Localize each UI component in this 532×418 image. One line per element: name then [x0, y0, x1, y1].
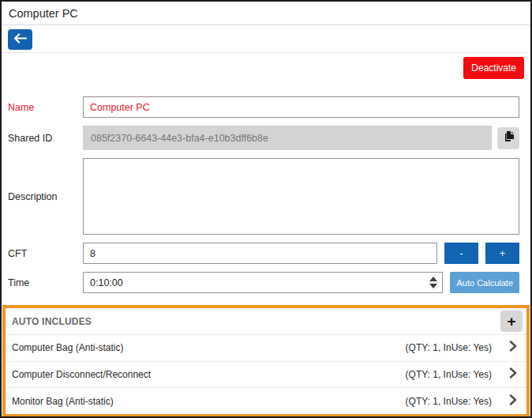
copy-button[interactable] [497, 127, 519, 149]
description-input[interactable] [83, 158, 519, 235]
shared-id-row: Shared ID 085f2370-6643-44e3-bfa4-e10b3d… [8, 126, 519, 150]
time-row: Time Auto Calculate [8, 272, 519, 293]
list-item[interactable]: Monitor Bag (Anti-static) (QTY: 1, InUse… [6, 387, 526, 414]
list-item[interactable]: Computer Bag (Anti-static) (QTY: 1, InUs… [6, 335, 526, 361]
include-name: Monitor Bag (Anti-static) [12, 396, 114, 407]
include-name: Computer Bag (Anti-static) [12, 342, 123, 353]
item-form: Name Shared ID 085f2370-6643-44e3-bfa4-e… [2, 82, 530, 293]
shared-id-label: Shared ID [8, 133, 83, 144]
page-title: Computer PC [9, 7, 78, 20]
titlebar: Computer PC [2, 2, 530, 25]
action-bar: Deactivate [2, 53, 530, 82]
cft-label: CFT [8, 248, 83, 259]
list-item[interactable]: Computer Disconnect/Reconnect (QTY: 1, I… [6, 361, 526, 388]
cft-row: CFT - + [8, 243, 519, 264]
description-label: Description [8, 191, 83, 202]
include-detail: (QTY: 1, InUse: Yes) [406, 369, 492, 380]
chevron-right-icon [509, 367, 517, 382]
name-label: Name [8, 102, 83, 113]
time-input[interactable] [84, 273, 425, 292]
name-input[interactable] [83, 96, 519, 118]
chevron-right-icon [509, 394, 517, 409]
include-detail: (QTY: 1, InUse: Yes) [406, 396, 492, 407]
include-name: Computer Disconnect/Reconnect [12, 369, 151, 380]
name-row: Name [8, 96, 519, 118]
app-window: Computer PC Deactivate Name Shared ID 08… [0, 0, 532, 418]
cft-input[interactable] [83, 243, 437, 264]
chevron-right-icon [509, 341, 517, 355]
auto-includes-header: AUTO INCLUDES + [6, 308, 526, 335]
include-detail: (QTY: 1, InUse: Yes) [406, 342, 492, 353]
time-field [83, 272, 443, 293]
copy-icon [503, 130, 515, 145]
spinner-down-icon[interactable] [429, 284, 437, 288]
time-spinner[interactable] [425, 277, 442, 288]
back-arrow-icon [13, 33, 27, 46]
shared-id-value: 085f2370-6643-44e3-bfa4-e10b3dff6b8e [83, 126, 492, 150]
spinner-up-icon[interactable] [429, 277, 437, 281]
back-toolbar [2, 25, 530, 53]
add-include-button[interactable]: + [500, 311, 523, 332]
cft-plus-button[interactable]: + [485, 243, 519, 264]
auto-includes-title: AUTO INCLUDES [12, 316, 92, 327]
cft-minus-button[interactable]: - [444, 243, 478, 264]
description-row: Description [8, 158, 519, 235]
back-button[interactable] [8, 29, 32, 50]
deactivate-button[interactable]: Deactivate [463, 57, 524, 79]
auto-includes-section: AUTO INCLUDES + Computer Bag (Anti-stati… [2, 305, 530, 417]
time-label: Time [8, 277, 83, 288]
auto-calculate-button[interactable]: Auto Calculate [450, 272, 519, 293]
